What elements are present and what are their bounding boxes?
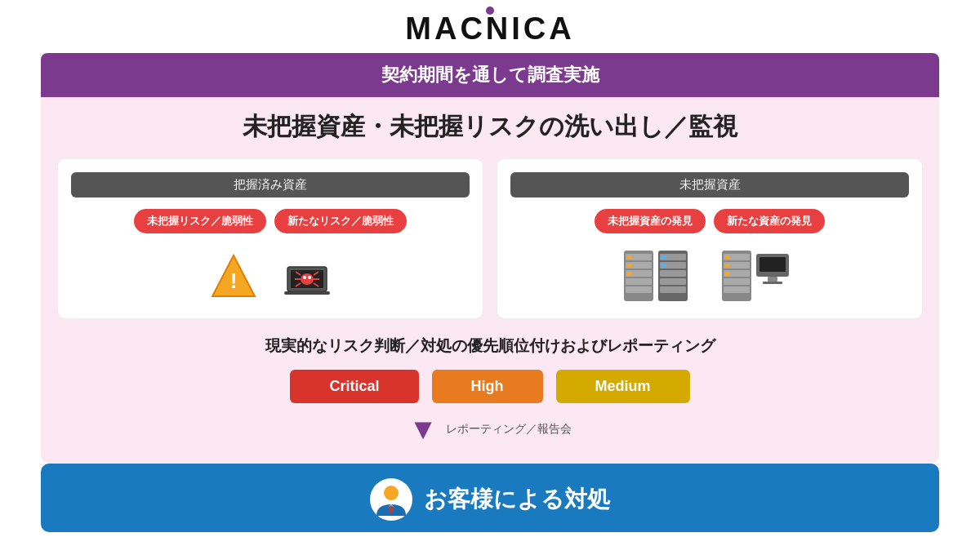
svg-rect-37 bbox=[725, 255, 730, 259]
svg-rect-27 bbox=[660, 278, 686, 285]
main-content-box: 契約期間を通して調査実施 未把握資産・未把握リスクの洗い出し／監視 把握済み資産… bbox=[41, 53, 939, 464]
svg-rect-42 bbox=[768, 277, 777, 282]
bug-laptop-icon bbox=[283, 252, 332, 301]
logo-text: MACNICA bbox=[405, 11, 574, 47]
customer-avatar-icon bbox=[370, 478, 412, 521]
page-wrapper: MACNICA 契約期間を通して調査実施 未把握資産・未把握リスクの洗い出し／監… bbox=[0, 0, 980, 546]
medium-badge: Medium bbox=[556, 370, 690, 403]
down-arrow-icon: ▼ bbox=[408, 415, 438, 444]
warning-triangle-icon: ! bbox=[209, 252, 258, 301]
risk-title: 現実的なリスク判断／対処の優先順位付けおよびレポーティング bbox=[57, 335, 923, 357]
server-group2-icon bbox=[722, 251, 795, 304]
tag-find-unknown: 未把握資産の発見 bbox=[595, 209, 706, 233]
high-badge: High bbox=[432, 370, 543, 403]
tag-find-new: 新たな資産の発見 bbox=[714, 209, 825, 233]
known-tags-row: 未把握リスク／脆弱性 新たなリスク／脆弱性 bbox=[71, 209, 470, 233]
svg-point-45 bbox=[384, 486, 399, 500]
known-icons-row: ! bbox=[71, 248, 470, 305]
risk-section: 現実的なリスク判断／対処の優先順位付けおよびレポーティング Critical H… bbox=[41, 335, 939, 444]
unknown-assets-box: 未把握資産 未把握資産の発見 新たな資産の発見 bbox=[497, 158, 923, 319]
asset-section: 把握済み資産 未把握リスク／脆弱性 新たなリスク／脆弱性 ! bbox=[41, 158, 939, 319]
svg-rect-39 bbox=[725, 272, 730, 275]
report-label: レポーティング／報告会 bbox=[446, 422, 572, 437]
svg-rect-36 bbox=[724, 286, 750, 293]
main-title: 未把握資産・未把握リスクの洗い出し／監視 bbox=[41, 110, 939, 144]
svg-rect-43 bbox=[763, 282, 782, 284]
svg-rect-29 bbox=[662, 255, 666, 259]
svg-rect-35 bbox=[724, 278, 750, 285]
unknown-icons-row bbox=[510, 248, 909, 305]
logo-dot bbox=[486, 7, 494, 15]
unknown-tags-row: 未把握資産の発見 新たな資産の発見 bbox=[510, 209, 909, 233]
svg-rect-26 bbox=[660, 270, 686, 277]
svg-rect-22 bbox=[627, 272, 632, 275]
logo-area: MACNICA bbox=[405, 0, 574, 53]
svg-rect-19 bbox=[626, 286, 652, 293]
svg-rect-41 bbox=[760, 257, 786, 272]
known-assets-title: 把握済み資産 bbox=[71, 172, 470, 198]
tag-unknown-risk: 未把握リスク／脆弱性 bbox=[134, 209, 266, 233]
tag-new-risk: 新たなリスク／脆弱性 bbox=[274, 209, 407, 233]
banner: 契約期間を通して調査実施 bbox=[41, 53, 939, 97]
svg-rect-4 bbox=[284, 291, 330, 295]
svg-rect-21 bbox=[627, 264, 632, 267]
server-group1-icon bbox=[624, 251, 697, 304]
unknown-assets-title: 未把握資産 bbox=[510, 172, 909, 198]
svg-point-12 bbox=[303, 276, 306, 279]
svg-rect-28 bbox=[660, 286, 686, 293]
customer-section: お客様による対処 bbox=[41, 464, 939, 532]
svg-rect-30 bbox=[662, 264, 666, 267]
svg-point-13 bbox=[308, 276, 311, 279]
svg-text:!: ! bbox=[230, 269, 238, 293]
svg-rect-20 bbox=[627, 255, 632, 259]
known-assets-box: 把握済み資産 未把握リスク／脆弱性 新たなリスク／脆弱性 ! bbox=[57, 158, 483, 319]
svg-point-5 bbox=[301, 273, 314, 285]
svg-rect-18 bbox=[626, 278, 652, 285]
svg-rect-38 bbox=[725, 264, 730, 267]
customer-title: お客様による対処 bbox=[424, 484, 610, 515]
severity-row: Critical High Medium bbox=[57, 370, 923, 403]
arrow-row: ▼ レポーティング／報告会 bbox=[57, 415, 923, 444]
critical-badge: Critical bbox=[290, 370, 418, 403]
